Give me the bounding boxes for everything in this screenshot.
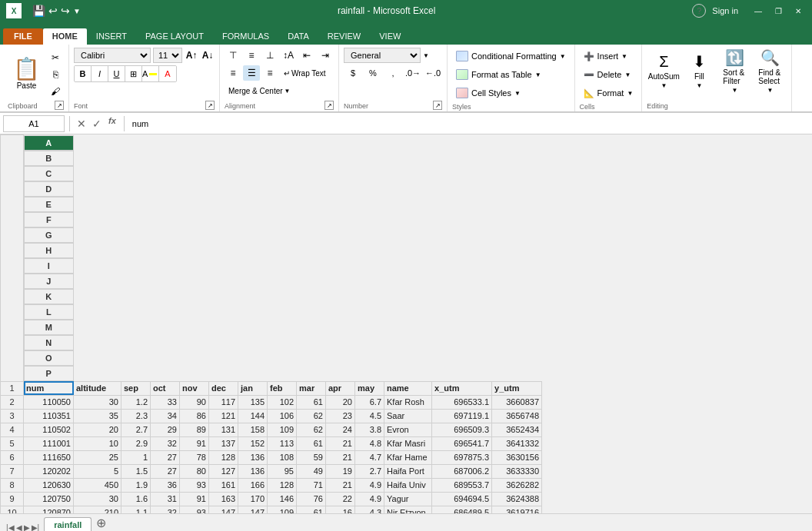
cell[interactable]: sep xyxy=(121,381,151,395)
cell[interactable]: 697119.1 xyxy=(432,409,492,423)
col-header-e[interactable]: E xyxy=(24,197,74,212)
cell[interactable]: 117 xyxy=(209,395,238,409)
customize-quick-btn[interactable]: ▼ xyxy=(73,7,81,15)
cell[interactable]: 120750 xyxy=(24,492,74,506)
cell[interactable]: 210 xyxy=(74,506,121,513)
cell[interactable]: Kfar Hame xyxy=(384,450,432,464)
cell[interactable]: Yagur xyxy=(384,492,432,506)
autosum-btn[interactable]: Σ AutoSum ▼ xyxy=(647,48,681,94)
cell[interactable]: 4.8 xyxy=(355,436,384,450)
cell[interactable]: 30 xyxy=(74,395,121,409)
clipboard-expand[interactable]: ↗ xyxy=(55,101,64,110)
tab-home[interactable]: HOME xyxy=(43,28,87,45)
cell[interactable]: 3641332 xyxy=(492,436,542,450)
minimize-button[interactable]: — xyxy=(750,5,766,17)
format-as-table-btn[interactable]: Format as Table ▼ xyxy=(452,66,545,83)
font-size-select[interactable]: 11 xyxy=(153,48,182,63)
cell[interactable]: 3660837 xyxy=(492,395,542,409)
cell[interactable]: 128 xyxy=(268,478,297,492)
cell[interactable]: 136 xyxy=(238,464,268,478)
merge-btn[interactable]: Merge & Center ▼ xyxy=(225,83,295,98)
cell[interactable]: 144 xyxy=(238,409,268,423)
col-header-m[interactable]: M xyxy=(24,320,74,335)
cell[interactable]: 121 xyxy=(209,409,238,423)
border-button[interactable]: ⊞ xyxy=(125,66,142,81)
cell[interactable]: 170 xyxy=(238,492,268,506)
cell[interactable]: 146 xyxy=(268,492,297,506)
cell[interactable]: num xyxy=(24,381,74,395)
cell[interactable]: 110351 xyxy=(24,409,74,423)
cell[interactable]: apr xyxy=(326,381,355,395)
cell[interactable]: 450 xyxy=(74,478,121,492)
cell[interactable]: 111650 xyxy=(24,450,74,464)
cell[interactable]: 4.5 xyxy=(355,409,384,423)
cell[interactable]: 78 xyxy=(180,450,209,464)
delete-btn[interactable]: ➖ Delete ▼ xyxy=(580,66,635,83)
format-btn[interactable]: 📐 Format ▼ xyxy=(580,85,637,101)
cell[interactable]: 108 xyxy=(268,450,297,464)
cell[interactable]: 16 xyxy=(326,506,355,513)
cell[interactable]: 5 xyxy=(74,464,121,478)
cell[interactable]: 3619716 xyxy=(492,506,542,513)
cell[interactable]: 32 xyxy=(151,436,180,450)
cell[interactable]: 4.9 xyxy=(355,478,384,492)
font-increase-btn[interactable]: A↑ xyxy=(185,48,198,63)
align-left-btn[interactable]: ≡ xyxy=(225,65,241,81)
cell[interactable]: 120870 xyxy=(24,506,74,513)
row-number[interactable]: 2 xyxy=(1,395,24,409)
cell[interactable]: 91 xyxy=(180,492,209,506)
cell[interactable]: 113 xyxy=(268,436,297,450)
wrap-text-btn[interactable]: ↵ Wrap Text xyxy=(280,65,330,81)
cell[interactable]: 95 xyxy=(268,464,297,478)
cell[interactable]: altitude xyxy=(74,381,121,395)
align-right-btn[interactable]: ≡ xyxy=(261,65,278,81)
sheet-prev-btn[interactable]: ◀ xyxy=(16,523,22,531)
col-header-a[interactable]: A xyxy=(24,135,74,151)
cell[interactable]: 2.9 xyxy=(121,436,151,450)
cell[interactable]: Haifa Port xyxy=(384,464,432,478)
cell[interactable]: 2.3 xyxy=(121,409,151,423)
number-format-select[interactable]: General xyxy=(344,48,421,63)
col-header-j[interactable]: J xyxy=(24,274,74,289)
cell[interactable]: 110502 xyxy=(24,423,74,436)
sheet-last-btn[interactable]: ▶| xyxy=(32,523,40,531)
col-header-g[interactable]: G xyxy=(24,227,74,243)
tab-review[interactable]: REVIEW xyxy=(318,28,370,45)
tab-insert[interactable]: INSERT xyxy=(87,28,136,45)
row-number[interactable]: 3 xyxy=(1,409,24,423)
cell[interactable]: 3633330 xyxy=(492,464,542,478)
cell[interactable]: 696533.1 xyxy=(432,395,492,409)
cell[interactable]: 135 xyxy=(238,395,268,409)
cell[interactable]: 4.7 xyxy=(355,450,384,464)
align-bottom-btn[interactable]: ⊥ xyxy=(261,48,278,63)
cell[interactable]: 6.7 xyxy=(355,395,384,409)
cell[interactable]: 1.1 xyxy=(121,506,151,513)
col-header-f[interactable]: F xyxy=(24,212,74,227)
conditional-formatting-btn[interactable]: Conditional Formatting ▼ xyxy=(452,48,570,65)
cell[interactable]: 31 xyxy=(151,492,180,506)
cell[interactable]: 106 xyxy=(268,409,297,423)
cell[interactable]: oct xyxy=(151,381,180,395)
redo-quick-btn[interactable]: ↪ xyxy=(61,5,70,17)
cell[interactable]: 147 xyxy=(209,506,238,513)
sheet-add-btn[interactable]: ⊕ xyxy=(93,515,108,530)
cell[interactable]: 689553.7 xyxy=(432,478,492,492)
cell[interactable]: 2.7 xyxy=(355,464,384,478)
cell[interactable]: 30 xyxy=(74,492,121,506)
cell[interactable]: 62 xyxy=(297,409,326,423)
cell[interactable]: 34 xyxy=(151,409,180,423)
cell[interactable]: 61 xyxy=(297,436,326,450)
cell[interactable]: 166 xyxy=(238,478,268,492)
cell[interactable]: 76 xyxy=(297,492,326,506)
cell[interactable]: 111001 xyxy=(24,436,74,450)
font-color-button[interactable]: A xyxy=(159,66,176,81)
col-header-n[interactable]: N xyxy=(24,335,74,350)
cell[interactable]: 696509.3 xyxy=(432,423,492,436)
col-header-i[interactable]: I xyxy=(24,258,74,274)
close-button[interactable]: ✕ xyxy=(790,5,806,17)
row-number[interactable]: 4 xyxy=(1,423,24,436)
cut-button[interactable]: ✂ xyxy=(47,50,64,65)
cell[interactable]: 687006.2 xyxy=(432,464,492,478)
formula-input[interactable] xyxy=(129,115,809,132)
cell[interactable]: 163 xyxy=(209,492,238,506)
